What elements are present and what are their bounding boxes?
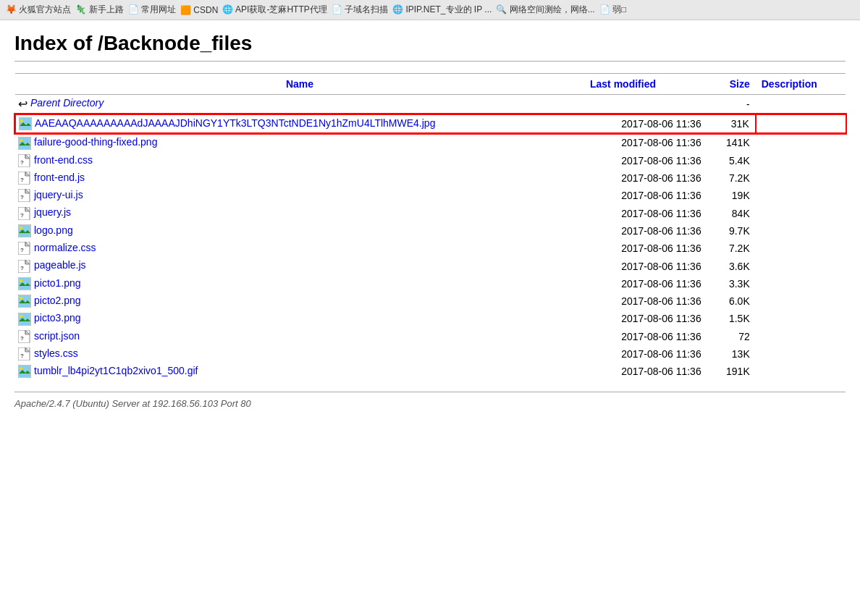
column-name-link[interactable]: Name bbox=[286, 78, 313, 90]
file-link[interactable]: front-end.css bbox=[34, 154, 93, 166]
table-row: ? styles.css2017-08-06 11:3613K bbox=[15, 345, 846, 363]
file-desc-cell bbox=[756, 363, 846, 380]
file-date-cell: 2017-08-06 11:36 bbox=[584, 257, 709, 274]
bookmark-newbie[interactable]: 🦎 新手上路 bbox=[75, 4, 123, 16]
file-name-cell: ? front-end.css bbox=[15, 152, 584, 169]
table-row: picto3.png2017-08-06 11:361.5K bbox=[15, 310, 846, 327]
file-name-cell: failure-good-thing-fixed.png bbox=[15, 133, 584, 151]
file-desc-cell bbox=[756, 114, 846, 133]
file-desc-cell bbox=[756, 187, 846, 204]
file-name-cell: ↩Parent Directory bbox=[15, 95, 584, 114]
unknown-file-icon: ? bbox=[18, 330, 31, 343]
file-name-cell: ? jquery.js bbox=[15, 204, 584, 221]
table-row: ? script.json2017-08-06 11:3672 bbox=[15, 328, 846, 345]
file-link[interactable]: picto2.png bbox=[34, 295, 81, 306]
svg-point-3 bbox=[20, 119, 23, 122]
file-name-cell: picto1.png bbox=[15, 275, 584, 292]
column-description: Description bbox=[756, 74, 846, 95]
file-link[interactable]: styles.css bbox=[34, 347, 78, 359]
image-file-icon bbox=[19, 117, 32, 130]
svg-point-27 bbox=[20, 227, 22, 229]
file-name-cell: ? jquery-ui.js bbox=[15, 187, 584, 204]
unknown-file-icon: ? bbox=[18, 207, 31, 220]
table-row: ? front-end.js2017-08-06 11:367.2K bbox=[15, 169, 846, 187]
file-link[interactable]: pageable.js bbox=[34, 259, 86, 271]
table-row: failure-good-thing-fixed.png2017-08-06 1… bbox=[15, 133, 846, 151]
file-desc-cell bbox=[756, 328, 846, 345]
file-name-cell: tumblr_lb4pi2yt1C1qb2xivo1_500.gif bbox=[15, 363, 584, 380]
file-link[interactable]: jquery-ui.js bbox=[34, 189, 83, 201]
file-date-cell: 2017-08-06 11:36 bbox=[584, 152, 709, 169]
table-row: tumblr_lb4pi2yt1C1qb2xivo1_500.gif2017-0… bbox=[15, 363, 846, 380]
file-name-cell: ? front-end.js bbox=[15, 169, 584, 187]
column-size: Size bbox=[709, 74, 756, 95]
file-size-cell: 13K bbox=[709, 345, 756, 363]
file-size-cell: 141K bbox=[709, 133, 756, 151]
svg-point-43 bbox=[20, 297, 22, 300]
file-rows: ↩Parent Directory- AAEAAQAAAAAAAAAdJAAAA… bbox=[15, 95, 846, 381]
file-date-cell: 2017-08-06 11:36 bbox=[584, 240, 709, 257]
svg-point-39 bbox=[20, 279, 22, 282]
unknown-file-icon: ? bbox=[18, 347, 31, 360]
svg-text:?: ? bbox=[20, 194, 24, 201]
file-desc-cell bbox=[756, 95, 846, 114]
file-size-cell: 72 bbox=[709, 328, 756, 345]
unknown-file-icon: ? bbox=[18, 189, 31, 202]
table-row: ? pageable.js2017-08-06 11:363.6K bbox=[15, 257, 846, 274]
column-name: Name bbox=[15, 74, 584, 95]
svg-text:?: ? bbox=[20, 159, 24, 166]
file-name-cell: ? pageable.js bbox=[15, 257, 584, 274]
file-date-cell: 2017-08-06 11:36 bbox=[584, 275, 709, 292]
svg-text:?: ? bbox=[20, 353, 24, 359]
file-link[interactable]: script.json bbox=[34, 330, 80, 342]
bookmark-ipip[interactable]: 🌐 IPIP.NET_专业的 IP ... bbox=[392, 4, 492, 16]
file-link[interactable]: normalize.css bbox=[34, 242, 96, 253]
image-file-icon bbox=[18, 313, 31, 326]
column-last-modified-link[interactable]: Last modified bbox=[590, 78, 656, 90]
bookmark-cyberspace[interactable]: 🔍 网络空间测绘，网络... bbox=[496, 4, 594, 16]
bookmark-csdn[interactable]: 🟧 CSDN bbox=[180, 5, 218, 15]
unknown-file-icon: ? bbox=[18, 172, 31, 185]
file-date-cell: 2017-08-06 11:36 bbox=[584, 204, 709, 221]
file-link[interactable]: picto3.png bbox=[34, 312, 81, 324]
file-desc-cell bbox=[756, 152, 846, 169]
server-footer: Apache/2.4.7 (Ubuntu) Server at 192.168.… bbox=[14, 392, 846, 409]
file-name-cell: picto3.png bbox=[15, 310, 584, 327]
file-size-cell: 9.7K bbox=[709, 222, 756, 240]
table-row: picto2.png2017-08-06 11:366.0K bbox=[15, 292, 846, 310]
file-link[interactable]: picto1.png bbox=[34, 277, 81, 289]
file-size-cell: 3.6K bbox=[709, 257, 756, 274]
file-size-cell: 1.5K bbox=[709, 310, 756, 327]
file-size-cell: 3.3K bbox=[709, 275, 756, 292]
bookmark-subdomain[interactable]: 📄 子域名扫描 bbox=[332, 4, 388, 16]
svg-text:?: ? bbox=[20, 177, 24, 183]
file-link[interactable]: failure-good-thing-fixed.png bbox=[34, 136, 157, 148]
svg-point-7 bbox=[20, 139, 22, 142]
bookmark-common[interactable]: 📄 常用网址 bbox=[128, 4, 176, 16]
svg-text:?: ? bbox=[20, 335, 24, 342]
bookmark-api[interactable]: 🌐 API获取-芝麻HTTP代理 bbox=[222, 4, 326, 16]
file-name-cell: picto2.png bbox=[15, 292, 584, 310]
browser-toolbar: 🦊 火狐官方站点 🦎 新手上路 📄 常用网址 🟧 CSDN 🌐 API获取-芝麻… bbox=[0, 0, 860, 20]
column-last-modified: Last modified bbox=[584, 74, 709, 95]
column-description-link[interactable]: Description bbox=[762, 78, 817, 90]
file-name-cell: AAEAAQAAAAAAAAAdJAAAAJDhiNGY1YTk3LTQ3NTc… bbox=[15, 114, 584, 133]
column-size-link[interactable]: Size bbox=[730, 78, 750, 90]
file-link[interactable]: tumblr_lb4pi2yt1C1qb2xivo1_500.gif bbox=[34, 365, 198, 376]
table-row: ↩Parent Directory- bbox=[15, 95, 846, 114]
file-size-cell: 84K bbox=[709, 204, 756, 221]
file-date-cell: 2017-08-06 11:36 bbox=[584, 133, 709, 151]
file-listing-table: Name Last modified Size Description ↩Par… bbox=[14, 73, 846, 380]
file-link[interactable]: jquery.js bbox=[34, 206, 71, 218]
bookmark-weak[interactable]: 📄 弱□ bbox=[599, 4, 627, 16]
file-link[interactable]: Parent Directory bbox=[30, 97, 104, 109]
image-file-icon bbox=[18, 277, 31, 290]
file-link[interactable]: logo.png bbox=[34, 224, 73, 236]
file-desc-cell bbox=[756, 345, 846, 363]
file-desc-cell bbox=[756, 240, 846, 257]
bookmark-firefox[interactable]: 🦊 火狐官方站点 bbox=[6, 4, 71, 16]
file-link[interactable]: front-end.js bbox=[34, 172, 85, 183]
table-row: logo.png2017-08-06 11:369.7K bbox=[15, 222, 846, 240]
file-link[interactable]: AAEAAQAAAAAAAAAdJAAAAJDhiNGY1YTk3LTQ3NTc… bbox=[35, 117, 435, 129]
file-size-cell: 19K bbox=[709, 187, 756, 204]
